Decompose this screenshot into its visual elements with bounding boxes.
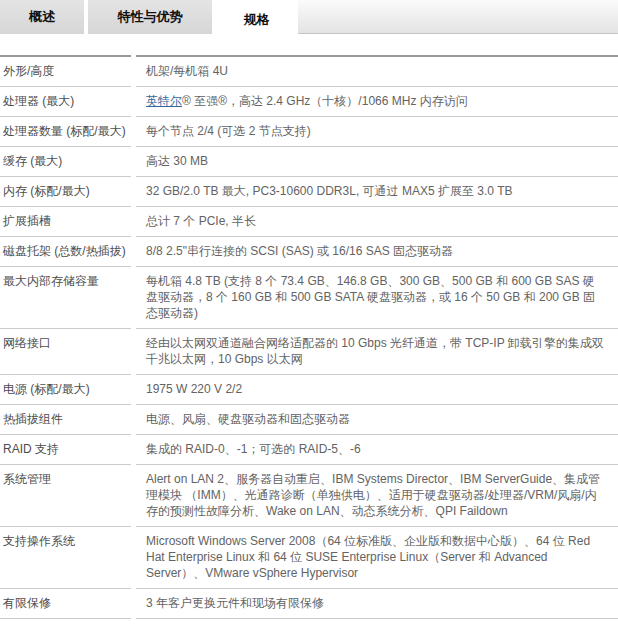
spec-label: 处理器 (最大) <box>0 87 131 117</box>
spec-label: 处理器数量 (标配/最大) <box>0 117 131 147</box>
tab-bar: 概述 特性与优势 规格 <box>0 0 618 34</box>
spec-value: 8/8 2.5"串行连接的 SCSI (SAS) 或 16/16 SAS 固态驱… <box>136 237 618 267</box>
spec-row: 网络接口 经由以太网双通道融合网络适配器的 10 Gbps 光纤通道，带 TCP… <box>0 329 618 375</box>
tab-features-benefits[interactable]: 特性与优势 <box>88 0 212 34</box>
spec-label: 热插拔组件 <box>0 405 131 435</box>
spec-value: 高达 30 MB <box>136 147 618 177</box>
spec-value: 32 GB/2.0 TB 最大, PC3-10600 DDR3L, 可通过 MA… <box>136 177 618 207</box>
spec-value: 电源、风扇、硬盘驱动器和固态驱动器 <box>136 405 618 435</box>
spec-value: 3 年客户更换元件和现场有限保修 <box>136 589 618 619</box>
spec-label: 扩展插槽 <box>0 207 131 237</box>
spec-row: 缓存 (最大) 高达 30 MB <box>0 147 618 177</box>
spec-value: 每机箱 4.8 TB (支持 8 个 73.4 GB、146.8 GB、300 … <box>136 267 618 329</box>
spec-label: 系统管理 <box>0 465 131 527</box>
spec-value: Alert on LAN 2、服务器自动重启、IBM Systems Direc… <box>136 465 618 527</box>
tab-bar-filler <box>298 0 618 34</box>
spec-value: 英特尔® 至强®，高达 2.4 GHz（十核）/1066 MHz 内存访问 <box>136 87 618 117</box>
spec-label: RAID 支持 <box>0 435 131 465</box>
spec-row: RAID 支持 集成的 RAID-0、-1；可选的 RAID-5、-6 <box>0 435 618 465</box>
spec-value: 1975 W 220 V 2/2 <box>136 375 618 405</box>
spec-label: 最大内部存储容量 <box>0 267 131 329</box>
spec-row: 扩展插槽 总计 7 个 PCIe, 半长 <box>0 207 618 237</box>
tab-specifications[interactable]: 规格 <box>215 0 298 40</box>
spec-label: 网络接口 <box>0 329 131 375</box>
spec-value: Microsoft Windows Server 2008（64 位标准版、企业… <box>136 527 618 589</box>
spec-row: 有限保修 3 年客户更换元件和现场有限保修 <box>0 589 618 619</box>
spec-row: 支持操作系统 Microsoft Windows Server 2008（64 … <box>0 527 618 589</box>
spec-row: 磁盘托架 (总数/热插拔) 8/8 2.5"串行连接的 SCSI (SAS) 或… <box>0 237 618 267</box>
spec-value: 集成的 RAID-0、-1；可选的 RAID-5、-6 <box>136 435 618 465</box>
spec-value: 每个节点 2/4 (可选 2 节点支持) <box>136 117 618 147</box>
spec-row: 处理器数量 (标配/最大) 每个节点 2/4 (可选 2 节点支持) <box>0 117 618 147</box>
intel-link[interactable]: 英特尔 <box>146 94 182 108</box>
spec-row: 电源 (标配/最大) 1975 W 220 V 2/2 <box>0 375 618 405</box>
spec-label: 内存 (标配/最大) <box>0 177 131 207</box>
spec-label: 磁盘托架 (总数/热插拔) <box>0 237 131 267</box>
spec-value: 机架/每机箱 4U <box>136 55 618 87</box>
spec-row: 最大内部存储容量 每机箱 4.8 TB (支持 8 个 73.4 GB、146.… <box>0 267 618 329</box>
spec-row: 处理器 (最大) 英特尔® 至强®，高达 2.4 GHz（十核）/1066 MH… <box>0 87 618 117</box>
spec-row: 内存 (标配/最大) 32 GB/2.0 TB 最大, PC3-10600 DD… <box>0 177 618 207</box>
spec-row: 热插拔组件 电源、风扇、硬盘驱动器和固态驱动器 <box>0 405 618 435</box>
spec-label: 有限保修 <box>0 589 131 619</box>
spec-label: 支持操作系统 <box>0 527 131 589</box>
spec-value: 经由以太网双通道融合网络适配器的 10 Gbps 光纤通道，带 TCP-IP 卸… <box>136 329 618 375</box>
spec-table: 外形/高度 机架/每机箱 4U 处理器 (最大) 英特尔® 至强®，高达 2.4… <box>0 55 618 619</box>
spec-row: 系统管理 Alert on LAN 2、服务器自动重启、IBM Systems … <box>0 465 618 527</box>
spec-row: 外形/高度 机架/每机箱 4U <box>0 55 618 87</box>
tab-overview[interactable]: 概述 <box>0 0 84 34</box>
spec-label: 外形/高度 <box>0 55 131 87</box>
spec-label: 电源 (标配/最大) <box>0 375 131 405</box>
spec-label: 缓存 (最大) <box>0 147 131 177</box>
spec-value: 总计 7 个 PCIe, 半长 <box>136 207 618 237</box>
